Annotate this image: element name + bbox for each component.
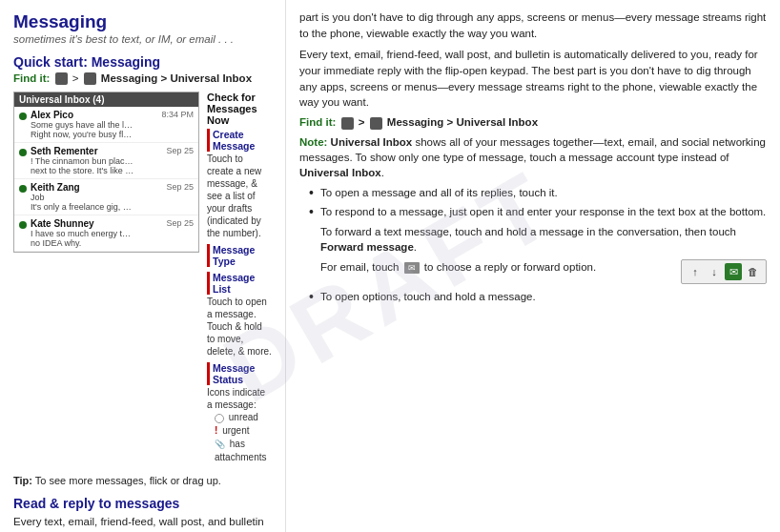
- reply-up-icon[interactable]: ↑: [687, 263, 704, 280]
- right-body2: Every text, email, friend-feed, wall pos…: [299, 47, 767, 111]
- msg-name: Seth Rementer: [31, 146, 162, 156]
- right-findit-label: Find it:: [299, 116, 336, 128]
- check-heading: Check for Messages Now: [207, 92, 272, 126]
- msg-name: Keith Zang: [31, 182, 162, 193]
- left-column: Messaging sometimes it's best to text, o…: [0, 0, 286, 532]
- right-findit-path: Messaging > Universal Inbox: [387, 116, 538, 128]
- read-reply-body: Every text, email, friend-feed, wall pos…: [13, 514, 272, 532]
- unread-dot: [19, 221, 27, 229]
- bullet-list: To open a message and all of its replies…: [299, 185, 767, 219]
- msg-preview2: no IDEA why.: [31, 238, 135, 248]
- msg-name: Kate Shunney: [31, 218, 162, 229]
- right-panel: Check for Messages Now Create Message To…: [207, 92, 272, 469]
- unread-dot: [19, 185, 27, 193]
- msg-name: Alex Pico: [31, 110, 157, 120]
- unread-dot: [19, 113, 27, 120]
- msg-content: Seth Rementer ! The cinnamon bun place i…: [31, 146, 162, 175]
- message-item-alex[interactable]: Alex Pico Some guys have all the lu... R…: [14, 107, 198, 143]
- unread-icon: [215, 414, 224, 423]
- msg-preview1: ! The cinnamon bun place is ri: [31, 156, 135, 166]
- forward-intro: To forward a text message, touch and hol…: [320, 226, 736, 237]
- panel-create-message: Create Message Touch to create a new mes…: [207, 129, 272, 239]
- msg-content: Kate Shunney I have so much energy today…: [31, 218, 162, 248]
- read-reply-section: Read & reply to messages Every text, ema…: [13, 496, 272, 532]
- msg-preview2: Right now, you're busy flexi...: [31, 130, 135, 139]
- panel-label-create: Create Message: [207, 129, 272, 152]
- inbox-header: Universal Inbox (4): [14, 92, 198, 107]
- panel-text-list: Touch to open a message. Touch & hold to…: [207, 296, 272, 358]
- status-attachments: 📎 has attachments: [207, 438, 272, 464]
- reply-down-icon[interactable]: ↓: [706, 263, 723, 280]
- panel-label-status: Message Status: [207, 362, 272, 385]
- msg-time: Sep 25: [166, 146, 194, 155]
- findit-path: Messaging > Universal Inbox: [101, 72, 252, 84]
- email-reply-text: For email, touch ✉ to choose a reply or …: [320, 259, 673, 275]
- forward-period: .: [414, 241, 417, 253]
- forward-section: To forward a text message, touch and hol…: [320, 224, 767, 255]
- panel-message-list: Message List Touch to open a message. To…: [207, 272, 272, 358]
- findit-separator: >: [72, 72, 79, 84]
- right-msg-icon: [370, 117, 382, 130]
- panel-message-status: Message Status Icons indicate a message:…: [207, 362, 272, 464]
- urgent-icon: !: [215, 425, 217, 436]
- attachment-icon: 📎: [215, 440, 225, 449]
- section-title: Messaging: [13, 11, 272, 33]
- right-findit-line: Find it: > Messaging > Universal Inbox: [299, 116, 767, 129]
- email-action-icons[interactable]: ↑ ↓ ✉ 🗑: [681, 259, 767, 284]
- panel-label-list: Message List: [207, 272, 272, 295]
- read-reply-heading: Read & reply to messages: [13, 496, 272, 511]
- bullet-open: To open a message and all of its replies…: [309, 185, 767, 200]
- msg-time: Sep 25: [166, 218, 194, 228]
- forward-bold: Forward message: [320, 241, 414, 253]
- findit-label: Find it:: [13, 72, 50, 84]
- findit-line: Find it: > Messaging > Universal Inbox: [13, 72, 272, 85]
- msg-time: Sep 25: [166, 182, 194, 192]
- reply-compose-icon[interactable]: ✉: [725, 263, 742, 280]
- home-icon: [55, 72, 68, 85]
- panel-text-status: Icons indicate a message:: [207, 386, 272, 411]
- right-column: part is you don't have to dig through an…: [286, 0, 780, 532]
- message-item-keith[interactable]: Keith Zang Job It's only a freelance gig…: [14, 179, 198, 215]
- note-label: Note:: [299, 136, 327, 148]
- panel-text-create: Touch to create a new message, & see a l…: [207, 153, 272, 239]
- status-unread: unread: [207, 411, 272, 424]
- findit-icon-msg: [84, 72, 96, 85]
- msg-preview1: Some guys have all the lu...: [31, 120, 135, 130]
- tip-line: Tip: To see more messages, flick or drag…: [13, 475, 272, 486]
- reply-delete-icon[interactable]: 🗑: [744, 263, 761, 280]
- section-subtitle: sometimes it's best to text, or IM, or e…: [13, 33, 272, 45]
- msg-preview1: Job: [31, 193, 135, 202]
- right-findit-sep: >: [359, 116, 365, 128]
- status-urgent: ! urgent: [207, 424, 272, 438]
- msg-preview1: I have so much energy today: [31, 229, 135, 238]
- tip-text: To see more messages, flick or drag up.: [32, 475, 221, 486]
- screenshot-row: Universal Inbox (4) Alex Pico Some guys …: [13, 92, 272, 469]
- right-body1: part is you don't have to dig through an…: [299, 10, 767, 41]
- note-line: Note: Universal Inbox shows all of your …: [299, 134, 767, 180]
- note-text: Universal Inbox shows all of your messag…: [299, 136, 766, 178]
- panel-message-type: Message Type: [207, 244, 272, 267]
- tip-label: Tip:: [13, 475, 32, 486]
- unread-dot: [19, 149, 27, 156]
- msg-content: Alex Pico Some guys have all the lu... R…: [31, 110, 157, 139]
- bullet-options: To open options, touch and hold a messag…: [309, 289, 767, 304]
- msg-time: 8:34 PM: [161, 110, 194, 119]
- bullet-respond: To respond to a message, just open it an…: [309, 204, 767, 219]
- right-home-icon: [341, 117, 354, 130]
- msg-preview2: It's only a freelance gig, but it pays..…: [31, 202, 135, 212]
- msg-preview2: next to the store. It's like 8 hours...: [31, 166, 135, 175]
- bullet-list-2: To open options, touch and hold a messag…: [299, 289, 767, 304]
- quickstart-heading: Quick start: Messaging: [13, 54, 272, 70]
- panel-label-type: Message Type: [207, 244, 272, 267]
- email-icon-inline: ✉: [404, 262, 420, 274]
- message-item-kate[interactable]: Kate Shunney I have so much energy today…: [14, 215, 198, 252]
- messaging-screenshot: Universal Inbox (4) Alex Pico Some guys …: [13, 92, 199, 253]
- email-reply-section: For email, touch ✉ to choose a reply or …: [320, 259, 767, 284]
- msg-content: Keith Zang Job It's only a freelance gig…: [31, 182, 162, 212]
- message-item-seth[interactable]: Seth Rementer ! The cinnamon bun place i…: [14, 143, 198, 179]
